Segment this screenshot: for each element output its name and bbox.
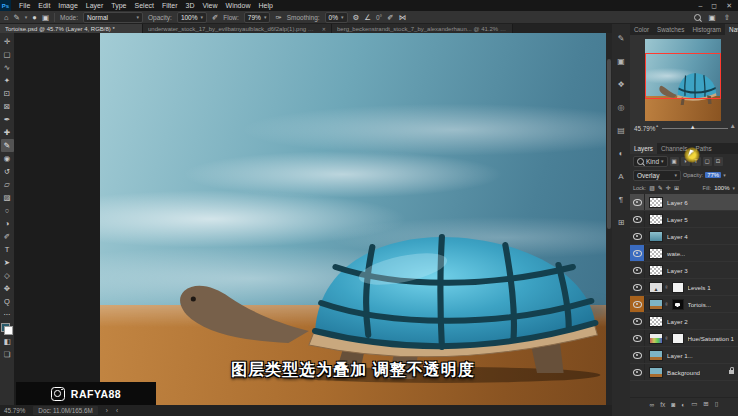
layer-row-tortoise[interactable]: ∞ Tortois... xyxy=(630,296,738,313)
doc-tab-tortoise[interactable]: Tortoise.psd @ 45.7% (Layer 4, RGB/8) * xyxy=(0,24,143,33)
layer-thumbnail[interactable] xyxy=(649,316,663,327)
quick-selection-tool[interactable]: ✦ xyxy=(1,74,14,87)
layer-thumbnail[interactable] xyxy=(649,231,663,242)
brush-settings-toggle-icon[interactable]: ▣ xyxy=(42,13,49,22)
menu-item-select[interactable]: Select xyxy=(131,0,158,11)
marquee-tool[interactable]: ▢ xyxy=(1,48,14,61)
layer-blend-mode-select[interactable]: Overlay ▾ xyxy=(633,170,681,181)
layer-mask-thumbnail[interactable] xyxy=(672,299,684,310)
lock-position-icon[interactable]: ✛ xyxy=(666,184,671,191)
symmetry-icon[interactable]: ⋈ xyxy=(398,13,406,22)
brush-angle-value[interactable]: 0° xyxy=(376,14,382,21)
new-layer-icon[interactable]: ⊞ xyxy=(703,400,708,408)
navigator-view-box[interactable] xyxy=(645,53,721,99)
layer-row-layer3[interactable]: Layer 3 xyxy=(630,262,738,279)
dodge-tool[interactable]: ◑ xyxy=(1,217,14,230)
zoom-in-icon[interactable]: ▲ xyxy=(730,122,736,129)
layer-thumbnail[interactable] xyxy=(649,367,663,378)
brush-settings-icon[interactable]: ✎ xyxy=(618,34,625,44)
menu-item-window[interactable]: Window xyxy=(222,0,255,11)
doc-tab-berg[interactable]: berg_beckenstrandt_stock_7_by_alexanderh… xyxy=(332,24,513,33)
link-layers-icon[interactable]: ∞ xyxy=(650,401,655,408)
pen-tool[interactable]: ✐ xyxy=(1,230,14,243)
brush-angle-icon[interactable]: ∠ xyxy=(364,13,371,22)
layer-row-background[interactable]: Background xyxy=(630,364,738,381)
layer-thumbnail[interactable] xyxy=(649,350,663,361)
menu-item-edit[interactable]: Edit xyxy=(34,0,54,11)
brush-preset-dropdown-icon[interactable]: ▾ xyxy=(25,14,28,20)
menu-item-type[interactable]: Type xyxy=(107,0,130,11)
workspace-icon[interactable]: ▣ xyxy=(709,13,716,22)
levels-adjustment-icon[interactable]: ▲ xyxy=(649,282,663,293)
visibility-eye-icon[interactable] xyxy=(633,369,642,376)
pressure-opacity-icon[interactable]: ✐ xyxy=(212,13,218,22)
visibility-eye-icon[interactable] xyxy=(633,284,642,291)
layer-row-layer6[interactable]: Layer 6 xyxy=(630,194,738,211)
layer-mask-thumbnail[interactable] xyxy=(672,282,684,293)
mask-link-icon[interactable]: ∞ xyxy=(664,336,670,340)
blend-mode-select[interactable]: Normal▾ xyxy=(83,12,143,23)
edit-toolbar-icon[interactable]: ⋯ xyxy=(1,308,14,321)
gradient-tool[interactable]: ▨ xyxy=(1,191,14,204)
flow-field[interactable]: 79%▾ xyxy=(244,12,271,23)
share-icon[interactable]: ⇧ xyxy=(724,13,730,22)
visibility-eye-icon[interactable] xyxy=(633,216,642,223)
menu-item-file[interactable]: File xyxy=(15,0,34,11)
move-tool[interactable]: ✛ xyxy=(1,35,14,48)
properties-icon[interactable]: ◎ xyxy=(618,103,625,113)
healing-brush-tool[interactable]: ✚ xyxy=(1,126,14,139)
layer-thumbnail[interactable] xyxy=(649,214,663,225)
navigator-zoom-slider[interactable]: ▲ xyxy=(662,128,728,129)
status-expand-icon[interactable]: › xyxy=(106,407,108,414)
paragraph-icon[interactable]: ¶ xyxy=(619,195,623,205)
adjustment-layer-icon[interactable]: ◐ xyxy=(681,401,685,408)
glyphs-icon[interactable]: A xyxy=(618,172,623,182)
frame-tool[interactable]: ⊠ xyxy=(1,100,14,113)
color-swatches[interactable] xyxy=(1,323,13,335)
menu-item-help[interactable]: Help xyxy=(254,0,276,11)
scrollbar-thumb[interactable] xyxy=(607,59,611,229)
brush-size-icon[interactable]: ● xyxy=(32,13,37,22)
lock-transparency-icon[interactable]: ▨ xyxy=(649,184,655,191)
pressure-size-icon[interactable]: ✐ xyxy=(387,13,393,22)
menu-item-layer[interactable]: Layer xyxy=(82,0,108,11)
lasso-tool[interactable]: ∿ xyxy=(1,61,14,74)
layer-row-layer4[interactable]: Layer 4 xyxy=(630,228,738,245)
layer-row-water[interactable]: wate... xyxy=(630,245,738,262)
type-tool[interactable]: T xyxy=(1,243,14,256)
visibility-eye-icon[interactable] xyxy=(633,335,642,342)
layer-row-layer5[interactable]: Layer 5 xyxy=(630,211,738,228)
crop-tool[interactable]: ⊡ xyxy=(1,87,14,100)
layer-thumbnail[interactable] xyxy=(649,265,663,276)
visibility-eye-icon[interactable] xyxy=(633,301,642,308)
opacity-field[interactable]: 100%▾ xyxy=(177,12,207,23)
lock-paint-icon[interactable]: ✎ xyxy=(658,184,663,191)
eyedropper-tool[interactable]: ✒ xyxy=(1,113,14,126)
histogram-icon[interactable]: ▤ xyxy=(617,126,625,136)
layer-thumbnail[interactable] xyxy=(649,299,663,310)
fill-dropdown-icon[interactable]: ▾ xyxy=(732,185,735,191)
brush-tool[interactable]: ✎ xyxy=(1,139,14,152)
layer-mask-icon[interactable]: ◙ xyxy=(671,401,675,408)
mask-link-icon[interactable]: ∞ xyxy=(664,285,670,289)
history-brush-tool[interactable]: ↺ xyxy=(1,165,14,178)
brush-preset-icon[interactable]: ✎ xyxy=(14,13,20,22)
slider-thumb[interactable]: ▲ xyxy=(690,124,696,130)
navigator-thumbnail[interactable] xyxy=(645,39,721,121)
layer-thumbnail[interactable] xyxy=(649,197,663,208)
tab-close-icon[interactable]: ✕ xyxy=(322,26,326,32)
layer-comps-icon[interactable]: ⊞ xyxy=(618,218,625,228)
tab-color[interactable]: Color xyxy=(630,24,653,35)
document-image[interactable]: 图层类型选为叠加 调整不透明度 xyxy=(100,33,606,405)
filter-image-icon[interactable]: ▣ xyxy=(670,157,679,166)
layer-mask-thumbnail[interactable] xyxy=(672,333,684,344)
menu-item-3d[interactable]: 3D xyxy=(182,0,199,11)
visibility-eye-icon[interactable] xyxy=(633,233,642,240)
tab-histogram[interactable]: Histogram xyxy=(688,24,725,35)
background-color-swatch[interactable] xyxy=(4,326,13,335)
visibility-eye-icon[interactable] xyxy=(633,250,642,257)
layer-filter-kind-select[interactable]: Kind ▾ xyxy=(633,156,668,167)
menu-item-filter[interactable]: Filter xyxy=(158,0,182,11)
screen-mode-icon[interactable]: ❏ xyxy=(1,348,14,361)
smoothing-field[interactable]: 0%▾ xyxy=(325,12,348,23)
